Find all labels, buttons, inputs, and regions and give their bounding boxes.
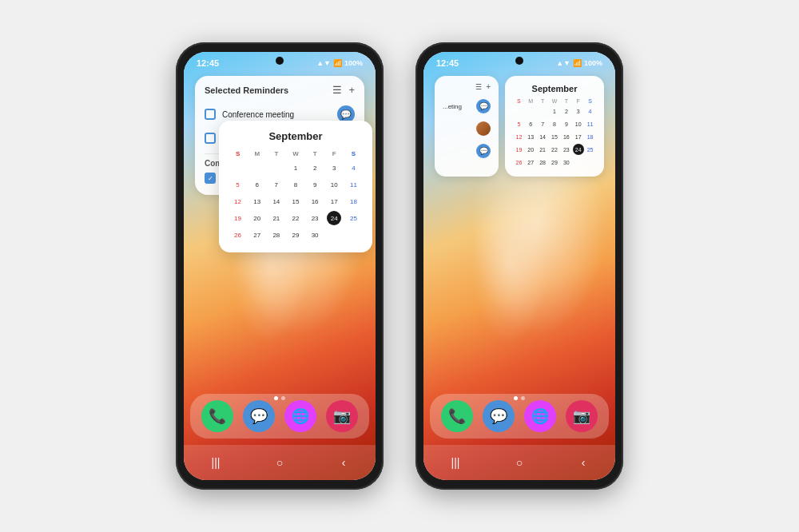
mcd-26[interactable]: 26 — [513, 157, 524, 168]
wifi-icon: 📶 — [333, 59, 342, 67]
mcd-10[interactable]: 10 — [573, 118, 584, 129]
mcd-5[interactable]: 5 — [513, 118, 524, 129]
mcd-e1 — [513, 105, 524, 117]
mcd-e5 — [585, 157, 596, 168]
cd-30[interactable]: 30 — [308, 228, 322, 242]
cd-18[interactable]: 18 — [346, 194, 360, 208]
mcd-3[interactable]: 3 — [573, 105, 584, 117]
mini-cal-grid: S M T W T F S 1 2 3 4 5 6 7 — [513, 97, 596, 169]
cd-1[interactable]: 1 — [288, 161, 303, 175]
mcd-17[interactable]: 17 — [573, 131, 584, 142]
widget-header: Selected Reminders ☰ + — [205, 84, 355, 96]
reminder-text-0: Conference meeting — [222, 110, 331, 119]
cd-16[interactable]: 16 — [308, 194, 322, 208]
cd-29[interactable]: 29 — [288, 228, 303, 242]
cd-21[interactable]: 21 — [269, 211, 284, 225]
mcd-20[interactable]: 20 — [525, 144, 536, 155]
mini-add-icon[interactable]: + — [486, 82, 491, 91]
mcd-25[interactable]: 25 — [585, 144, 596, 155]
mcd-21[interactable]: 21 — [537, 144, 548, 155]
cd-5[interactable]: 5 — [231, 177, 245, 192]
mini-list-icon[interactable]: ☰ — [475, 83, 482, 91]
add-icon[interactable]: + — [348, 84, 355, 96]
mcd-11[interactable]: 11 — [585, 118, 596, 129]
mcd-29[interactable]: 29 — [549, 157, 560, 168]
cd-27[interactable]: 27 — [250, 228, 264, 242]
mcd-6[interactable]: 6 — [525, 118, 536, 129]
dock-phone-right[interactable]: 📞 — [441, 400, 473, 432]
checkbox-2[interactable]: ✓ — [205, 173, 216, 184]
right-widget-area: ☰ + ...eting 💬 💬 September — [435, 76, 604, 177]
dock-phone-left[interactable]: 📞 — [201, 400, 233, 432]
cd-3[interactable]: 3 — [327, 161, 341, 175]
mcd-19[interactable]: 19 — [513, 144, 524, 155]
dock-messages-right[interactable]: 💬 — [483, 400, 515, 432]
cd-23[interactable]: 23 — [308, 211, 322, 225]
mcd-9[interactable]: 9 — [561, 118, 572, 129]
mcd-16[interactable]: 16 — [561, 131, 572, 142]
cd-e4 — [327, 228, 341, 242]
cd-2[interactable]: 2 — [308, 161, 322, 175]
cd-25[interactable]: 25 — [346, 211, 360, 225]
nav-recents-right[interactable]: ||| — [444, 451, 467, 474]
mch-f: F — [572, 97, 584, 105]
cd-e2 — [250, 161, 264, 175]
mcd-12[interactable]: 12 — [513, 131, 524, 142]
cd-14[interactable]: 14 — [269, 194, 284, 208]
mcd-7[interactable]: 7 — [537, 118, 548, 129]
cd-24[interactable]: 24 — [327, 211, 341, 225]
cd-4[interactable]: 4 — [346, 161, 360, 175]
cd-19[interactable]: 19 — [231, 211, 245, 225]
checkbox-1[interactable] — [205, 133, 216, 144]
mcd-24[interactable]: 24 — [573, 144, 584, 155]
mcd-23[interactable]: 23 — [561, 144, 572, 155]
mini-reminder-widget[interactable]: ☰ + ...eting 💬 💬 — [435, 76, 499, 177]
nav-home-left[interactable]: ○ — [268, 451, 291, 474]
mcd-15[interactable]: 15 — [549, 131, 560, 142]
mcd-18[interactable]: 18 — [585, 131, 596, 142]
cd-6[interactable]: 6 — [250, 177, 264, 192]
dock-browser-right[interactable]: 🌐 — [524, 400, 556, 432]
mcd-14[interactable]: 14 — [537, 131, 548, 142]
cd-17[interactable]: 17 — [327, 194, 341, 208]
mcd-22[interactable]: 22 — [549, 144, 560, 155]
cd-8[interactable]: 8 — [288, 177, 303, 192]
dock-browser-left[interactable]: 🌐 — [284, 400, 316, 432]
mcd-27[interactable]: 27 — [525, 157, 536, 168]
nav-recents-left[interactable]: ||| — [205, 451, 227, 474]
cd-11[interactable]: 11 — [346, 177, 360, 192]
mcd-2[interactable]: 2 — [561, 105, 572, 117]
mcd-8[interactable]: 8 — [549, 118, 560, 129]
cd-12[interactable]: 12 — [231, 194, 245, 208]
mcd-4[interactable]: 4 — [585, 105, 596, 117]
cd-22[interactable]: 22 — [288, 211, 303, 225]
mcd-13[interactable]: 13 — [525, 131, 536, 142]
nav-back-right[interactable]: ‹ — [572, 451, 594, 474]
nav-home-right[interactable]: ○ — [508, 451, 531, 474]
dock-camera-left[interactable]: 📷 — [326, 400, 358, 432]
cal-header-t1: T — [267, 149, 285, 159]
cd-e3 — [269, 161, 284, 175]
list-icon[interactable]: ☰ — [332, 84, 342, 96]
cd-13[interactable]: 13 — [250, 194, 264, 208]
time-right: 12:45 — [436, 58, 459, 68]
cd-10[interactable]: 10 — [327, 177, 341, 192]
cd-20[interactable]: 20 — [250, 211, 264, 225]
nav-bar-left: ||| ○ ‹ — [184, 445, 376, 480]
cd-26[interactable]: 26 — [231, 228, 245, 242]
nav-back-left[interactable]: ‹ — [332, 451, 355, 474]
dock-camera-right[interactable]: 📷 — [566, 400, 598, 432]
cal-header-t2: T — [306, 149, 324, 159]
mcd-30[interactable]: 30 — [561, 157, 572, 168]
cd-28[interactable]: 28 — [269, 228, 284, 242]
dock-messages-left[interactable]: 💬 — [243, 400, 275, 432]
mini-calendar-widget[interactable]: September S M T W T F S 1 2 3 4 5 — [505, 76, 604, 177]
phone-screen-left: 12:45 ▲▼ 📶 100% Selected Reminders ☰ + — [184, 52, 376, 480]
cd-7[interactable]: 7 — [269, 177, 284, 192]
mcd-28[interactable]: 28 — [537, 157, 548, 168]
calendar-popup[interactable]: September S M T W T F S 1 2 3 4 5 — [219, 121, 372, 252]
checkbox-0[interactable] — [205, 109, 216, 120]
cd-15[interactable]: 15 — [288, 194, 303, 208]
cd-9[interactable]: 9 — [308, 177, 322, 192]
mcd-1[interactable]: 1 — [549, 105, 560, 117]
